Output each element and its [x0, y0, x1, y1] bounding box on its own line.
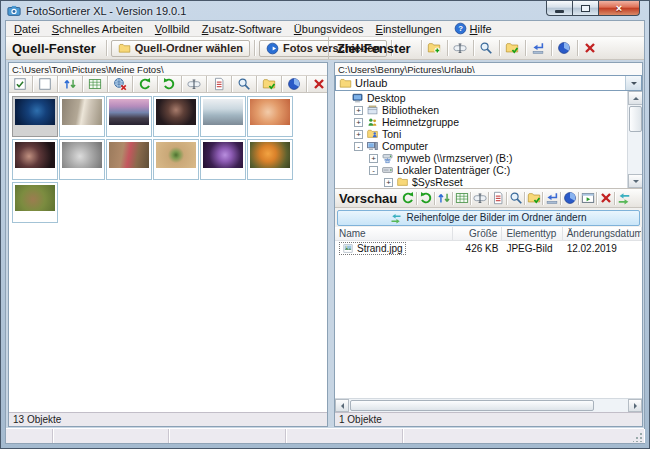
folder-check-button[interactable]	[526, 190, 541, 206]
toolbar-separator	[506, 192, 507, 205]
menu-item-zusatz-software[interactable]: Zusatz-Software	[196, 22, 288, 36]
minimize-button[interactable]	[546, 1, 573, 16]
menu-item-vollbild[interactable]: Vollbild	[149, 22, 196, 36]
sort-button[interactable]	[436, 190, 451, 206]
thumb-redhead[interactable]	[247, 96, 293, 137]
thumb-purple-flower[interactable]	[200, 139, 246, 180]
doc-info-button[interactable]	[490, 190, 505, 206]
thumbnail-image	[250, 99, 290, 125]
checkbox-checked-button[interactable]	[12, 76, 28, 92]
menu-item-schnelles-arbeiten[interactable]: Schnelles Arbeiten	[46, 22, 149, 36]
toolbar-separator	[577, 40, 578, 56]
rotate-left-button[interactable]	[137, 76, 153, 92]
change-order-button[interactable]: Reihenfolge der Bilder im Ordner ändern	[337, 210, 640, 226]
expand-icon[interactable]: +	[369, 154, 378, 163]
swap-button[interactable]	[616, 190, 631, 206]
scroll-up-button[interactable]	[628, 91, 642, 105]
rename-button[interactable]	[452, 40, 469, 57]
thumb-beach-rocks[interactable]	[200, 96, 246, 137]
thumb-dark-portrait[interactable]	[153, 96, 199, 137]
tree-item-desktop[interactable]: Desktop	[335, 92, 642, 104]
horizontal-scrollbar[interactable]	[335, 398, 642, 412]
expand-icon[interactable]: +	[354, 118, 363, 127]
globe-x-button[interactable]	[112, 76, 128, 92]
grid-icon	[88, 77, 102, 91]
resize-grip[interactable]	[633, 432, 643, 442]
thumb-girl-red-dress[interactable]	[106, 139, 152, 180]
grid-button[interactable]	[454, 190, 469, 206]
scrollbar-thumb[interactable]	[350, 400, 594, 411]
sphere-button[interactable]	[562, 190, 577, 206]
video-button[interactable]	[580, 190, 595, 206]
collapse-icon[interactable]: -	[354, 142, 363, 151]
thumb-woman-lying[interactable]	[12, 139, 58, 180]
column-header-elementtyp[interactable]: Elementtyp	[502, 227, 562, 240]
menu-item-datei[interactable]: Datei	[8, 22, 46, 36]
sphere-button[interactable]	[286, 76, 302, 92]
arrow-return-button[interactable]	[530, 40, 547, 57]
doc-info-button[interactable]	[211, 76, 227, 92]
magnifier-button[interactable]	[236, 76, 252, 92]
red-x-button[interactable]	[311, 76, 327, 92]
column-header-name[interactable]: Name	[335, 227, 453, 240]
magnifier-button[interactable]	[478, 40, 495, 57]
thumb-swan-blue[interactable]	[12, 96, 58, 137]
tree-item-toni[interactable]: +Toni	[335, 128, 642, 140]
libraries-icon	[366, 104, 379, 116]
tree-item-sysreset[interactable]: +$SysReset	[335, 176, 642, 188]
rotate-right-button[interactable]	[418, 190, 433, 206]
expand-icon[interactable]: +	[384, 178, 393, 187]
red-x-button[interactable]	[598, 190, 613, 206]
folder-check-button[interactable]	[261, 76, 277, 92]
tree-item-bibliotheken[interactable]: +Bibliotheken	[335, 104, 642, 116]
menu-item-einstellungen[interactable]: Einstellungen	[370, 22, 448, 36]
file-name-cell[interactable]: Strand.jpg	[339, 242, 406, 255]
scroll-left-button[interactable]	[335, 399, 349, 412]
rotate-left-button[interactable]	[400, 190, 415, 206]
file-size: 426 KB	[453, 243, 503, 254]
table-row[interactable]: Strand.jpg426 KBJPEG-Bild12.02.2019	[335, 241, 642, 255]
thumb-orange-roses[interactable]	[247, 139, 293, 180]
menu-item--bungsvideos[interactable]: Übungsvideos	[288, 22, 370, 36]
expand-icon[interactable]: +	[354, 130, 363, 139]
thumb-sea-sunset[interactable]	[106, 96, 152, 137]
rotate-right-button[interactable]	[162, 76, 178, 92]
folder-combobox[interactable]: Urlaub	[335, 75, 642, 91]
choose-source-folder-button[interactable]: Quell-Ordner wählen	[111, 40, 250, 57]
column-header-nderungsdatum[interactable]: Änderungsdatum	[563, 227, 642, 240]
checkbox-empty-button[interactable]	[37, 76, 53, 92]
scrollbar-thumb[interactable]	[629, 106, 642, 132]
scroll-right-button[interactable]	[628, 399, 642, 412]
scroll-down-button[interactable]	[628, 174, 642, 188]
sphere-button[interactable]	[556, 40, 573, 57]
folder-check-button[interactable]	[504, 40, 521, 57]
close-button[interactable]: ×	[599, 1, 640, 16]
tree-item-heimnetzgruppe[interactable]: +Heimnetzgruppe	[335, 116, 642, 128]
tree-item-computer[interactable]: -Computer	[335, 140, 642, 152]
preview-toolbar: Vorschau	[335, 189, 642, 208]
arrow-return-button[interactable]	[544, 190, 559, 206]
rename-button[interactable]	[186, 76, 202, 92]
combobox-dropdown-button[interactable]	[625, 76, 641, 90]
menu-item-hilfe[interactable]: ?Hilfe	[448, 21, 498, 36]
grid-button[interactable]	[87, 76, 103, 92]
file-table-empty-area	[335, 255, 642, 398]
collapse-icon[interactable]: -	[369, 166, 378, 175]
thumb-woman-wall[interactable]	[59, 96, 105, 137]
folder-plus-button[interactable]	[426, 40, 443, 57]
thumb-squirrel[interactable]	[12, 182, 58, 223]
tree-item-myweb-rmzserver-b[interactable]: +myweb (\\rmzserver) (B:)	[335, 152, 642, 164]
maximize-button[interactable]	[573, 1, 599, 16]
rename-button[interactable]	[472, 190, 487, 206]
expand-icon[interactable]: +	[354, 106, 363, 115]
thumb-green-eye[interactable]	[153, 139, 199, 180]
sort-button[interactable]	[62, 76, 78, 92]
tree-scrollbar[interactable]	[627, 91, 642, 188]
column-header-gre[interactable]: Größe	[453, 227, 503, 240]
red-x-button[interactable]	[582, 40, 599, 57]
thumb-glass-ball[interactable]	[59, 139, 105, 180]
toolbar-separator	[107, 76, 108, 92]
magnifier-button[interactable]	[508, 190, 523, 206]
tree-item-lokaler-datentr-ger-c[interactable]: -Lokaler Datenträger (C:)	[335, 164, 642, 176]
target-panel: C:\Users\Benny\Pictures\Urlaub\ Urlaub D…	[334, 62, 643, 427]
